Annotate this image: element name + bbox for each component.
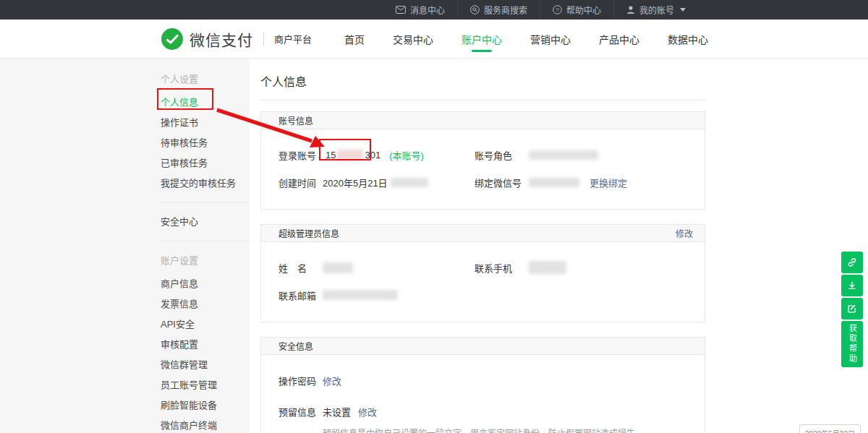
sidebar-item-personal-info[interactable]: 个人信息 (161, 93, 250, 113)
sidebar-item-invoice-info[interactable]: 发票信息 (161, 294, 250, 314)
brand-separator (263, 32, 264, 46)
chevron-down-icon (680, 8, 686, 12)
nav-transaction-center[interactable]: 交易中心 (393, 20, 433, 58)
topbar-item-label: 服务商搜索 (484, 4, 527, 16)
name-label: 姓 名 (278, 261, 323, 275)
wechat-pay-logo-icon (161, 27, 184, 51)
search-circle-icon (470, 5, 480, 14)
bound-wechat-label: 绑定微信号 (475, 176, 529, 189)
created-time-value: 2020年5月21日 (323, 176, 388, 189)
current-account-note: (本账号) (389, 148, 424, 162)
sidebar-item-wechat-group[interactable]: 微信群管理 (161, 355, 250, 375)
security-info-card: 安全信息 操作密码 修改 预留信息 未设置 修改 预留信息是由你自己设置的一段文… (260, 337, 705, 433)
nav-account-center[interactable]: 账户中心 (461, 20, 502, 58)
sidebar-item-security-center[interactable]: 安全中心 (161, 212, 250, 232)
sidebar-item-staff-account[interactable]: 员工账号管理 (161, 375, 250, 395)
reserved-desc-line: 预留信息是由你自己设置的一段文字，用来鉴定网站身份，防止假冒网站造成损失。 (323, 428, 687, 433)
sidebar-item-merchant-terminal[interactable]: 微信商户终端 (161, 416, 250, 433)
admin-card-title: 超级管理员信息 (278, 227, 339, 239)
contact-email-redacted (323, 290, 398, 300)
bound-wechat-redacted (529, 178, 579, 187)
contact-email-label: 联系邮箱 (278, 288, 323, 302)
sidebar-item-pending-review[interactable]: 待审核任务 (161, 133, 250, 153)
download-icon (846, 280, 858, 291)
admin-card-header: 超级管理员信息 修改 (261, 225, 705, 242)
login-account-redacted (337, 150, 363, 160)
sidebar-divider (161, 202, 250, 203)
page-title: 个人信息 (260, 72, 868, 90)
sidebar-divider (161, 241, 250, 241)
nav-data-center[interactable]: 数据中心 (668, 20, 708, 58)
date-tooltip: 2020年5月22日 (799, 424, 861, 433)
name-redacted (323, 262, 353, 273)
login-account-prefix: 15 (326, 150, 336, 160)
login-account-suffix: 301 (365, 150, 380, 160)
account-role-label: 账号角色 (475, 148, 529, 162)
account-card-title: 账号信息 (278, 114, 313, 127)
topbar-sp-search[interactable]: 服务商搜索 (457, 0, 540, 20)
sidebar-item-operation-cert[interactable]: 操作证书 (161, 113, 250, 133)
title-divider (260, 100, 705, 100)
sidebar-item-api-security[interactable]: API安全 (161, 314, 250, 335)
reserved-info-description: 预留信息是由你自己设置的一段文字，用来鉴定网站身份，防止假冒网站造成损失。 配置… (323, 428, 687, 433)
topbar-item-label: 消息中心 (410, 4, 445, 16)
brand: 微信支付 商户平台 (161, 27, 312, 51)
topbar-message-center[interactable]: 消息中心 (383, 0, 457, 20)
password-modify-link[interactable]: 修改 (323, 374, 341, 387)
sidebar-item-reviewed[interactable]: 已审核任务 (161, 153, 250, 173)
login-account-label: 登录账号 (278, 148, 323, 162)
nav-marketing-center[interactable]: 营销中心 (530, 20, 571, 58)
sidebar-item-face-device[interactable]: 刷脸智能设备 (161, 395, 250, 416)
feedback-button[interactable] (841, 298, 863, 320)
brand-subtitle: 商户平台 (274, 32, 312, 46)
topbar-help-center[interactable]: ? 帮助中心 (540, 0, 613, 20)
security-card-title: 安全信息 (278, 340, 313, 352)
get-help-button[interactable]: 获取帮助 (841, 321, 863, 367)
envelope-icon (396, 6, 406, 14)
reserved-info-status: 未设置 (323, 405, 351, 419)
operation-password-label: 操作密码 (278, 374, 323, 387)
admin-modify-link[interactable]: 修改 (676, 227, 693, 239)
svg-text:?: ? (556, 7, 559, 13)
question-circle-icon: ? (553, 5, 562, 14)
sidebar-section-account-settings: 账户设置 (161, 250, 250, 274)
contact-phone-redacted (529, 261, 566, 274)
change-binding-link[interactable]: 更换绑定 (590, 176, 627, 189)
created-time-label: 创建时间 (278, 176, 323, 189)
reserved-modify-link[interactable]: 修改 (358, 405, 377, 419)
body: 个人设置 个人信息 操作证书 待审核任务 已审核任务 我提交的审核任务 安全中心… (0, 59, 868, 433)
super-admin-card: 超级管理员信息 修改 姓 名 联系手机 (260, 224, 705, 322)
security-card-header: 安全信息 (261, 338, 705, 355)
main-nav: 首页 交易中心 账户中心 营销中心 产品中心 数据中心 (344, 20, 708, 58)
sidebar-item-review-config[interactable]: 审核配置 (161, 335, 250, 355)
topbar-my-account[interactable]: 我的账号 (613, 0, 698, 20)
nav-product-center[interactable]: 产品中心 (599, 20, 639, 58)
merchant-platform-page: 消息中心 服务商搜索 ? 帮助中心 我的账号 (0, 0, 868, 433)
sidebar: 个人设置 个人信息 操作证书 待审核任务 已审核任务 我提交的审核任务 安全中心… (0, 59, 250, 433)
created-time-redacted (391, 178, 428, 187)
account-role-redacted (529, 150, 598, 160)
link-icon (846, 257, 858, 268)
brand-header: 微信支付 商户平台 首页 交易中心 账户中心 营销中心 产品中心 数据中心 (0, 20, 868, 59)
reserved-info-label: 预留信息 (278, 405, 323, 419)
utility-topbar: 消息中心 服务商搜索 ? 帮助中心 我的账号 (0, 0, 868, 20)
sidebar-section-personal-settings: 个人设置 (161, 69, 250, 93)
account-card-header: 账号信息 (261, 112, 705, 129)
edit-icon (846, 303, 858, 314)
account-info-card: 账号信息 登录账号 15 301 (本账号) (260, 111, 705, 210)
topbar-item-label: 我的账号 (639, 4, 674, 16)
download-button[interactable] (841, 275, 863, 296)
contact-phone-label: 联系手机 (475, 261, 529, 275)
brand-name: 微信支付 (190, 28, 253, 50)
share-link-button[interactable] (841, 252, 863, 273)
login-account-value: 15 301 (323, 150, 383, 160)
topbar-item-label: 帮助中心 (566, 4, 601, 16)
nav-home[interactable]: 首页 (344, 20, 365, 58)
sidebar-item-my-submitted-review[interactable]: 我提交的审核任务 (161, 173, 250, 194)
sidebar-item-merchant-info[interactable]: 商户信息 (161, 274, 250, 294)
floating-toolbar: 获取帮助 (841, 252, 863, 367)
main-content: 个人信息 账号信息 登录账号 15 301 (250, 59, 868, 433)
user-icon (626, 5, 635, 14)
